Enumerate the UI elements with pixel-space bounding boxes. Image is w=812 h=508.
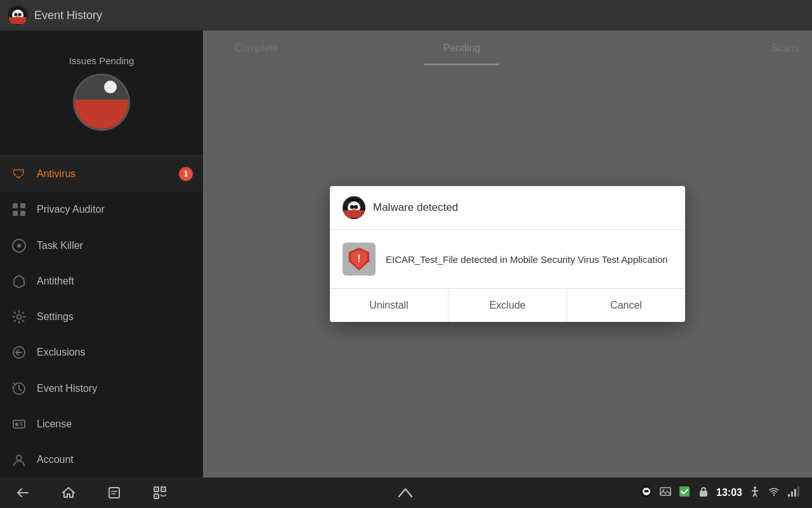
status-label: Issues Pending: [69, 55, 134, 66]
modal-message: EICAR_Test_File detected in Mobile Secur…: [386, 253, 668, 266]
sidebar-item-account-label: Account: [37, 454, 193, 465]
sidebar-item-antitheft[interactable]: Antitheft: [0, 264, 203, 299]
shield-icon: 🛡: [10, 165, 28, 183]
svg-point-5: [18, 13, 22, 17]
modal-dialog: Malware detected ! EICAR_Test_File detec…: [330, 186, 685, 322]
antivirus-badge: 1: [179, 167, 193, 181]
panda-logo-icon: [9, 6, 27, 24]
sidebar-item-antitheft-label: Antitheft: [37, 276, 193, 287]
account-icon: [10, 451, 28, 469]
sidebar-item-license-label: License: [37, 418, 193, 430]
svg-text:!: !: [357, 253, 360, 264]
sidebar-item-exclusions[interactable]: Exclusions: [0, 335, 203, 370]
status-circle: [73, 74, 130, 131]
bottom-nav-left: [13, 483, 170, 503]
qr-button[interactable]: [150, 483, 170, 503]
sidebar-item-task-killer[interactable]: Task Killer: [0, 228, 203, 264]
svg-rect-65: [797, 486, 799, 497]
bottom-center-nav: [395, 483, 416, 503]
svg-point-22: [16, 455, 22, 460]
sidebar-item-settings-label: Settings: [37, 311, 193, 323]
content-area: Complete Pending Scans: [203, 30, 812, 478]
sidebar-item-antivirus[interactable]: 🛡 Antivirus 1: [0, 156, 203, 192]
top-bar: Event History: [0, 0, 812, 30]
sidebar-item-event-history[interactable]: Event History: [0, 370, 203, 406]
sidebar-item-settings[interactable]: Settings: [0, 299, 203, 335]
svg-rect-33: [111, 491, 117, 492]
lock-icon: [697, 485, 710, 500]
cancel-button[interactable]: Cancel: [567, 289, 685, 322]
bottom-bar: 13:03: [0, 478, 812, 508]
exclusions-icon: [10, 344, 28, 361]
app-title: Event History: [34, 9, 102, 22]
modal-body: ! EICAR_Test_File detected in Mobile Sec…: [330, 230, 685, 288]
svg-point-4: [15, 13, 18, 17]
svg-rect-9: [13, 203, 18, 208]
svg-rect-38: [156, 489, 157, 490]
sidebar-item-privacy-auditor-label: Privacy Auditor: [37, 204, 193, 215]
license-icon: [10, 415, 28, 433]
svg-rect-10: [20, 203, 25, 208]
circle-red-segment: [75, 100, 128, 129]
svg-rect-62: [788, 494, 790, 497]
bottom-status-area: 13:03: [640, 485, 799, 500]
settings-gear-icon: [10, 308, 28, 326]
sidebar-item-privacy-auditor[interactable]: Privacy Auditor: [0, 192, 203, 227]
sidebar-item-task-killer-label: Task Killer: [37, 240, 193, 251]
sidebar-item-license[interactable]: License: [0, 406, 203, 442]
antitheft-icon: [10, 272, 28, 290]
panda-status-icon: [640, 485, 653, 500]
sidebar-item-event-history-label: Event History: [37, 383, 193, 394]
modal-panda-icon: [343, 196, 365, 219]
app-icon: [8, 5, 28, 25]
svg-line-60: [755, 493, 757, 497]
back-button[interactable]: [13, 483, 33, 503]
modal-header: Malware detected: [330, 186, 685, 230]
modal-overlay: Malware detected ! EICAR_Test_File detec…: [203, 30, 812, 478]
svg-point-14: [17, 244, 21, 248]
svg-rect-12: [20, 211, 25, 216]
event-history-icon: [10, 380, 28, 398]
check-icon: [678, 485, 691, 500]
accessibility-icon: [749, 485, 761, 500]
signal-icon: [787, 485, 799, 500]
svg-point-56: [754, 486, 756, 489]
svg-rect-64: [794, 489, 796, 497]
sidebar-item-account[interactable]: Account: [0, 442, 203, 478]
exclude-button[interactable]: Exclude: [449, 289, 567, 322]
virus-icon-container: !: [343, 243, 376, 276]
svg-rect-11: [13, 211, 18, 216]
svg-point-61: [773, 495, 775, 496]
main-layout: Issues Pending 🛡 Antivirus 1 Privacy Aud…: [0, 30, 812, 478]
up-button[interactable]: [395, 483, 416, 503]
sidebar-item-exclusions-label: Exclusions: [37, 347, 193, 358]
circle-white-dot: [104, 81, 117, 93]
virus-shield-svg-icon: !: [348, 248, 370, 271]
taskkiller-icon: [10, 237, 28, 255]
modal-title: Malware detected: [373, 201, 458, 214]
svg-rect-52: [660, 488, 671, 495]
svg-rect-39: [163, 489, 164, 490]
panda-icon-svg: [344, 197, 364, 218]
home-button[interactable]: [58, 483, 79, 503]
sidebar: Issues Pending 🛡 Antivirus 1 Privacy Aud…: [0, 30, 203, 478]
sidebar-item-antivirus-label: Antivirus: [37, 168, 170, 180]
wifi-icon: [768, 485, 780, 500]
svg-rect-63: [791, 491, 793, 497]
recents-button[interactable]: [104, 483, 124, 503]
svg-point-15: [17, 315, 22, 319]
grid-icon: [10, 201, 28, 218]
svg-rect-55: [700, 491, 707, 497]
svg-rect-30: [344, 210, 364, 218]
modal-actions: Uninstall Exclude Cancel: [330, 288, 685, 322]
svg-rect-32: [109, 488, 119, 498]
svg-point-51: [646, 490, 649, 493]
uninstall-button[interactable]: Uninstall: [330, 289, 449, 322]
clock-display: 13:03: [716, 487, 742, 498]
svg-rect-34: [111, 493, 115, 495]
status-area: Issues Pending: [0, 30, 203, 156]
svg-rect-19: [15, 423, 18, 426]
svg-rect-18: [13, 420, 25, 428]
svg-rect-40: [156, 496, 157, 497]
gallery-icon: [659, 485, 672, 500]
